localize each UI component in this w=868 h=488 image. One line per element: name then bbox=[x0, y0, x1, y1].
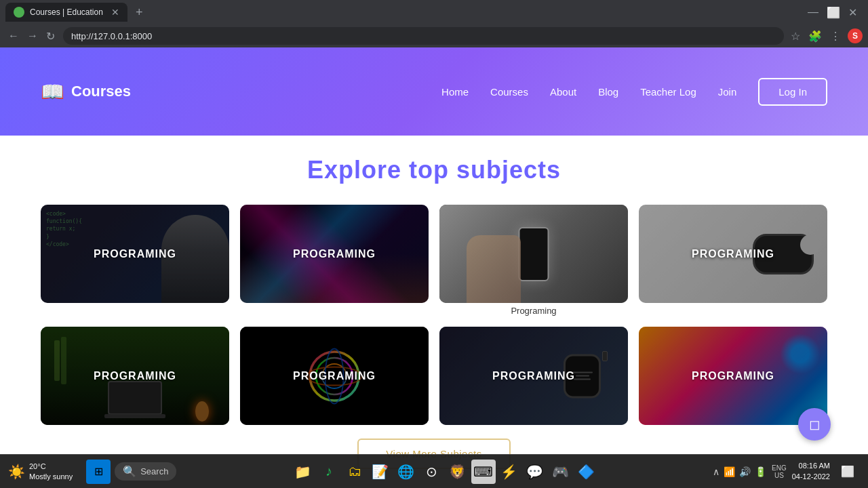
menu-icon[interactable]: ⋮ bbox=[829, 28, 842, 44]
card-overlay-1: PROGRAMING bbox=[41, 205, 229, 303]
close-window-icon[interactable]: ✕ bbox=[848, 6, 857, 19]
taskbar-unknown[interactable]: 🔷 bbox=[574, 460, 599, 484]
navbar: 📖 Courses Home Courses About Blog Teache… bbox=[0, 47, 868, 136]
search-magnify-icon: 🔍 bbox=[123, 465, 136, 478]
card-overlay-2: PROGRAMING bbox=[240, 205, 429, 303]
card-programming-3[interactable] bbox=[439, 205, 628, 303]
time-display: 08:16 AM bbox=[792, 461, 830, 471]
taskbar-discord[interactable]: 🎮 bbox=[549, 460, 573, 484]
card-label-4: PROGRAMING bbox=[692, 248, 774, 260]
nav-home[interactable]: Home bbox=[441, 86, 469, 98]
floating-icon: ◻ bbox=[809, 416, 821, 432]
nav-login-button[interactable]: Log In bbox=[758, 78, 827, 106]
card-label-2: PROGRAMING bbox=[293, 248, 376, 260]
taskbar-vscode[interactable]: ⚡ bbox=[497, 460, 521, 484]
floating-action-button[interactable]: ◻ bbox=[798, 408, 831, 441]
taskbar-whatsapp[interactable]: 💬 bbox=[523, 460, 547, 484]
profile-avatar[interactable]: S bbox=[848, 28, 863, 43]
tab-title: Courses | Education bbox=[30, 7, 106, 17]
refresh-button[interactable]: ↻ bbox=[43, 27, 58, 45]
back-button[interactable]: ← bbox=[5, 27, 22, 45]
nav-join[interactable]: Join bbox=[718, 86, 737, 98]
minimize-icon[interactable]: — bbox=[808, 6, 818, 19]
hand-shape bbox=[467, 235, 521, 303]
taskbar-spotify[interactable]: ♪ bbox=[317, 460, 341, 484]
lang-label: ENG bbox=[772, 464, 787, 472]
card-caption-3: Programing bbox=[439, 306, 628, 316]
card-overlay-6: PROGRAMING bbox=[240, 327, 429, 425]
network-icon[interactable]: 📶 bbox=[724, 466, 735, 477]
taskbar-brave[interactable]: 🦁 bbox=[446, 460, 470, 484]
bookmark-icon[interactable]: ☆ bbox=[789, 28, 802, 44]
search-text: Search bbox=[140, 466, 168, 476]
card-overlay-4: PROGRAMING bbox=[639, 205, 827, 303]
taskbar-right: ∧ 📶 🔊 🔋 ENG US 08:16 AM 04-12-2022 ⬜ bbox=[713, 460, 860, 484]
clock: 08:16 AM 04-12-2022 bbox=[792, 461, 830, 482]
card-programming-8[interactable]: PROGRAMING bbox=[639, 327, 827, 425]
page-title: Explore top subjects bbox=[41, 156, 827, 184]
toolbar-icons: ☆ 🧩 ⋮ S bbox=[789, 28, 863, 44]
card-label-6: PROGRAMING bbox=[293, 370, 376, 382]
taskbar-file-explorer[interactable]: 📁 bbox=[291, 460, 315, 484]
start-button[interactable]: ⊞ bbox=[86, 460, 111, 484]
card-wrapper-1: <code>function(){ return x;}</code> PROG… bbox=[41, 205, 229, 316]
tab-bar: Courses | Education ✕ + — ⬜ ✕ bbox=[0, 0, 868, 24]
nav-teacher-log[interactable]: Teacher Log bbox=[640, 86, 696, 98]
window-controls: — ⬜ ✕ bbox=[808, 6, 863, 19]
taskbar-folder[interactable]: 🗂 bbox=[342, 460, 367, 484]
restore-icon[interactable]: ⬜ bbox=[827, 6, 840, 19]
card-overlay-7: PROGRAMING bbox=[439, 327, 628, 425]
taskbar-start-search: ⊞ 🔍 Search bbox=[86, 460, 176, 484]
card-wrapper-5: PROGRAMING bbox=[41, 327, 229, 425]
card-wrapper-3: Programing bbox=[439, 205, 628, 316]
nav-buttons: ← → ↻ bbox=[5, 27, 58, 45]
forward-button[interactable]: → bbox=[24, 27, 41, 45]
weather-desc: Mostly sunny bbox=[29, 472, 73, 481]
battery-icon[interactable]: 🔋 bbox=[755, 466, 766, 477]
search-bar[interactable]: 🔍 Search bbox=[115, 462, 176, 481]
nav-blog[interactable]: Blog bbox=[598, 86, 618, 98]
show-desktop-button[interactable]: ⬜ bbox=[835, 460, 860, 484]
tab-close-button[interactable]: ✕ bbox=[111, 7, 119, 18]
logo-text: Courses bbox=[71, 83, 131, 100]
card-wrapper-2: PROGRAMING bbox=[240, 205, 429, 316]
taskbar-chrome[interactable]: ⊙ bbox=[420, 460, 444, 484]
system-tray-icons: ∧ 📶 🔊 🔋 bbox=[713, 466, 766, 477]
card-label-1: PROGRAMING bbox=[94, 248, 176, 260]
lang-region: ENG US bbox=[772, 464, 787, 479]
tray-arrow-icon[interactable]: ∧ bbox=[713, 466, 719, 477]
logo[interactable]: 📖 Courses bbox=[41, 81, 131, 103]
nav-about[interactable]: About bbox=[550, 86, 576, 98]
taskbar-notes[interactable]: 📝 bbox=[368, 460, 393, 484]
card-programming-7[interactable]: PROGRAMING bbox=[439, 327, 628, 425]
weather-icon: ☀️ bbox=[8, 464, 25, 480]
card-programming-2[interactable]: PROGRAMING bbox=[240, 205, 429, 303]
card-programming-1[interactable]: <code>function(){ return x;}</code> PROG… bbox=[41, 205, 229, 303]
taskbar-weather: ☀️ 20°C Mostly sunny bbox=[8, 462, 73, 481]
main-content: Explore top subjects <code>function(){ r… bbox=[0, 136, 868, 488]
region-label: US bbox=[774, 472, 784, 479]
taskbar-terminal[interactable]: ⌨ bbox=[471, 460, 496, 484]
card-overlay-5: PROGRAMING bbox=[41, 327, 229, 425]
subjects-grid: <code>function(){ return x;}</code> PROG… bbox=[41, 205, 827, 425]
new-tab-button[interactable]: + bbox=[130, 5, 149, 20]
volume-icon[interactable]: 🔊 bbox=[739, 466, 751, 477]
website-content: 📖 Courses Home Courses About Blog Teache… bbox=[0, 47, 868, 488]
extension-icon[interactable]: 🧩 bbox=[807, 28, 823, 44]
card-programming-4[interactable]: PROGRAMING bbox=[639, 205, 827, 303]
active-tab[interactable]: Courses | Education ✕ bbox=[5, 3, 127, 22]
card-wrapper-6: PROGRAMING bbox=[240, 327, 429, 425]
taskbar-edge[interactable]: 🌐 bbox=[394, 460, 418, 484]
card-label-8: PROGRAMING bbox=[692, 370, 774, 382]
card-programming-6[interactable]: PROGRAMING bbox=[240, 327, 429, 425]
weather-info: 20°C Mostly sunny bbox=[29, 462, 73, 481]
browser-chrome: Courses | Education ✕ + — ⬜ ✕ ← → ↻ ☆ 🧩 … bbox=[0, 0, 868, 47]
nav-courses[interactable]: Courses bbox=[490, 86, 528, 98]
logo-icon: 📖 bbox=[41, 81, 64, 103]
nav-links: Home Courses About Blog Teacher Log Join… bbox=[441, 78, 827, 106]
card-wrapper-8: PROGRAMING bbox=[639, 327, 827, 425]
address-bar: ← → ↻ ☆ 🧩 ⋮ S bbox=[0, 24, 868, 47]
taskbar-app-icons: 📁 ♪ 🗂 📝 🌐 ⊙ 🦁 ⌨ ⚡ 💬 🎮 🔷 bbox=[179, 460, 710, 484]
url-bar[interactable] bbox=[63, 27, 784, 45]
card-programming-5[interactable]: PROGRAMING bbox=[41, 327, 229, 425]
